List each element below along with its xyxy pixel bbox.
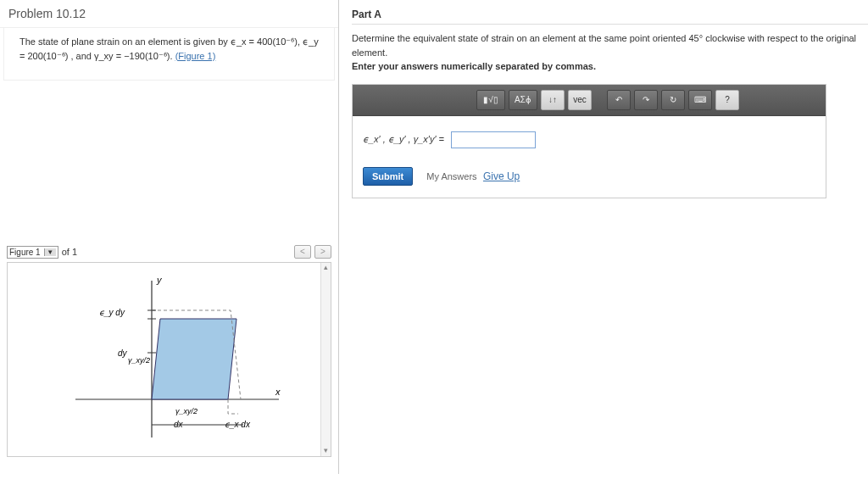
problem-statement: The state of plane strain on an element … <box>3 28 335 81</box>
figure-diagram: y x ϵ_y dy dy γ_xy/2 γ_xy/2 dx ϵ_x dx <box>25 268 313 450</box>
redo-button[interactable]: ↷ <box>634 90 658 110</box>
tool-greek-button[interactable]: ΑΣϕ <box>509 90 537 110</box>
svg-marker-2 <box>152 319 236 399</box>
my-answers-link[interactable]: My Answers <box>426 171 476 181</box>
figure-link[interactable]: (Figure 1) <box>175 51 216 61</box>
figure-toolbar: Figure 1 ▼ of 1 < > <box>0 242 338 262</box>
figure-prev-button[interactable]: < <box>294 245 311 259</box>
undo-button[interactable]: ↶ <box>607 90 631 110</box>
figure-select-label: Figure 1 <box>9 248 41 257</box>
answer-box: ▮√▯ ΑΣϕ ↓↑ vec ↶ ↷ ↻ ⌨ ? ϵ_x′ , ϵ_y′ , γ… <box>352 84 826 198</box>
stmt-ex: ϵ_x = 400(10⁻⁶) <box>231 36 298 47</box>
label-gxy2a: γ_xy/2 <box>128 356 150 365</box>
part-instruction-line1: Determine the equivalent state of strain… <box>352 31 868 59</box>
answer-input[interactable] <box>451 131 536 148</box>
problem-title: Problem 10.12 <box>0 0 338 28</box>
figure-select[interactable]: Figure 1 ▼ <box>7 246 58 259</box>
label-eydy: ϵ_y dy <box>99 308 125 317</box>
scroll-down-icon[interactable]: ▾ <box>321 446 331 456</box>
part-heading: Part A <box>352 0 868 25</box>
tool-vec-button[interactable]: vec <box>568 90 592 110</box>
reset-button[interactable]: ↻ <box>661 90 685 110</box>
stmt-prefix: The state of plane strain on an element … <box>19 36 231 47</box>
part-instruction-line2: Enter your answers numerically separated… <box>352 59 868 74</box>
stmt-and: , and <box>70 51 94 61</box>
axis-y-label: y <box>156 275 163 285</box>
answer-variables-label: ϵ_x′ , ϵ_y′ , γ_x′y′ = <box>363 134 444 145</box>
figure-of-label: of 1 <box>62 247 77 257</box>
axis-x-label: x <box>275 387 281 397</box>
tool-templates-button[interactable]: ▮√▯ <box>476 90 505 110</box>
equation-toolbar: ▮√▯ ΑΣϕ ↓↑ vec ↶ ↷ ↻ ⌨ ? <box>353 85 826 116</box>
give-up-link[interactable]: Give Up <box>483 170 520 182</box>
stmt-gamma: γ_xy = −190(10⁻⁶) <box>94 51 170 61</box>
submit-button[interactable]: Submit <box>363 167 413 186</box>
chevron-down-icon[interactable]: ▼ <box>44 248 56 256</box>
tool-updown-button[interactable]: ↓↑ <box>541 90 565 110</box>
help-button[interactable]: ? <box>715 90 739 110</box>
keyboard-button[interactable]: ⌨ <box>688 90 712 110</box>
figure-next-button[interactable]: > <box>314 245 331 259</box>
scroll-up-icon[interactable]: ▴ <box>321 263 331 273</box>
figure-scrollbar[interactable]: ▴ ▾ <box>320 263 331 456</box>
label-dy: dy <box>118 348 128 358</box>
figure-panel: y x ϵ_y dy dy γ_xy/2 γ_xy/2 dx ϵ_x dx ▴ … <box>7 262 331 457</box>
label-gxy2b: γ_xy/2 <box>175 407 198 415</box>
